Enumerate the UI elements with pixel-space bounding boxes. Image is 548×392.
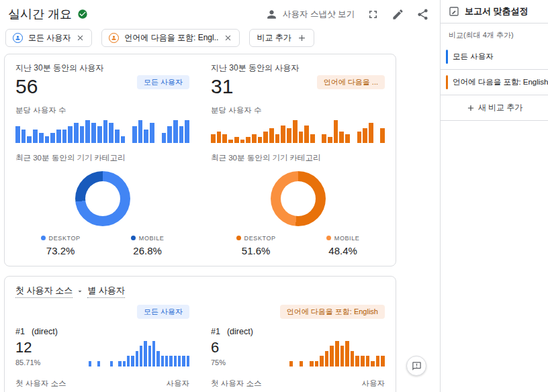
chip-label: 모든 사용자 [28, 32, 71, 44]
sidebar-item-all-users[interactable]: 모든 사용자 [441, 44, 548, 70]
device-legend: DESKTOP 73.2% MOBILE 26.8% [15, 235, 189, 256]
close-icon[interactable] [224, 34, 232, 42]
sidebar-item-label: 모든 사용자 [453, 52, 494, 60]
table-header: 첫 사용자 소스 사용자 [211, 375, 385, 392]
comparison-badge: 모든 사용자 [137, 75, 189, 89]
page: 실시간 개요 사용자 스냅샷 보기 [0, 0, 548, 392]
comparison-chips-row: 모든 사용자 언어에 다음을 포함: Engl.. 비교 추가 [0, 25, 440, 54]
title-wrap: 실시간 개요 [8, 6, 88, 22]
segment-orange-icon [109, 33, 119, 43]
add-new-comparison-button[interactable]: 새 비교 추가 [441, 95, 548, 121]
legend-dot [326, 236, 331, 240]
comparison-badge: 언어에 다음을 포함: English [280, 305, 385, 319]
chip-all-users[interactable]: 모든 사용자 [5, 29, 92, 47]
plus-icon [297, 33, 307, 43]
legend-item-mobile: MOBILE 26.8% [131, 235, 165, 256]
column-metric: 사용자 [167, 379, 190, 389]
column-dimension: 첫 사용자 소스 [15, 379, 66, 389]
legend-item-desktop: DESKTOP 51.6% [236, 235, 276, 256]
source-card-title: 첫 사용자 소스 별 사용자 [5, 283, 396, 303]
customize-report-icon [449, 6, 459, 17]
device-category-label: 최근 30분 동안의 기기 카테고리 [15, 153, 189, 163]
users-per-minute-label: 분당 사용자 수 [15, 105, 189, 115]
source-table: 첫 사용자 소스 사용자 (direct) 12 (data deleted) … [15, 375, 189, 392]
source-table: 첫 사용자 소스 사용자 (direct) 6 (data deleted) 1 [211, 375, 385, 392]
chip-language-english[interactable]: 언어에 다음을 포함: Engl.. [101, 29, 240, 47]
sidebar-item-language-english[interactable]: 언어에 다음을 포함: English [441, 70, 548, 95]
legend-name: DESKTOP [49, 235, 81, 242]
legend-percent: 48.4% [326, 245, 360, 256]
sidebar-title: 보고서 맞춤설정 [465, 5, 529, 17]
sidebar-item-label: 언어에 다음을 포함: English [453, 78, 548, 86]
top-source-value: 6 [211, 339, 226, 356]
chevron-down-icon[interactable] [76, 287, 84, 295]
legend-percent: 51.6% [236, 245, 276, 256]
chip-label: 언어에 다음을 포함: Engl.. [124, 32, 218, 44]
rank-label: #1 [211, 327, 220, 336]
user-snapshot-button[interactable]: 사용자 스냅샷 보기 [265, 8, 355, 21]
top-source-percent: 85.71% [15, 358, 40, 366]
comparison-color-bar [446, 75, 448, 89]
close-icon[interactable] [76, 34, 85, 42]
legend-name: MOBILE [139, 235, 165, 242]
table-header: 첫 사용자 소스 사용자 [15, 375, 189, 392]
column-metric: 사용자 [362, 379, 385, 389]
donut-hole [85, 181, 120, 216]
dimension-selector[interactable]: 첫 사용자 소스 [15, 285, 73, 298]
comparison-badge: 언어에 다음을 ... [317, 75, 385, 89]
main-area: 실시간 개요 사용자 스냅샷 보기 [0, 0, 440, 392]
users-30min-value: 31 [211, 75, 233, 99]
customize-report-icon[interactable] [392, 8, 404, 21]
legend-name: DESKTOP [244, 235, 276, 242]
feedback-button[interactable] [406, 356, 426, 376]
source-spark-chart [284, 341, 385, 366]
users-30min-value: 56 [15, 75, 38, 99]
legend-dot [41, 236, 46, 240]
legend-dot [236, 236, 241, 240]
column-dimension: 첫 사용자 소스 [211, 379, 261, 389]
realtime-overview-card: 지난 30분 동안의 사용자 56 모든 사용자 분당 사용자 수 최근 30분… [4, 54, 396, 266]
users-30min-label: 지난 30분 동안의 사용자 [211, 62, 385, 74]
rank-label: #1 [15, 327, 25, 336]
device-category-donut-chart [271, 171, 326, 226]
top-source-name: (direct) [227, 327, 253, 336]
top-source-value: 12 [15, 339, 40, 356]
legend-percent: 26.8% [131, 245, 165, 256]
device-category-donut-chart [75, 171, 130, 226]
chat-bubble-icon [412, 361, 422, 371]
top-source-name: (direct) [32, 327, 58, 336]
comparison-limit-hint: 비교(최대 4개 추가) [441, 23, 548, 44]
device-legend: DESKTOP 51.6% MOBILE 48.4% [211, 235, 385, 256]
donut-hole [281, 181, 316, 216]
customize-report-sidebar: 보고서 맞춤설정 비교(최대 4개 추가) 모든 사용자 언어에 다음을 포함:… [440, 0, 548, 392]
topbar: 실시간 개요 사용자 스냅샷 보기 [0, 0, 440, 25]
comparison-color-bar [446, 50, 448, 64]
user-snapshot-icon [265, 8, 278, 21]
add-comparison-label: 비교 추가 [257, 32, 291, 44]
source-spark-chart [89, 341, 189, 366]
source-panel-all-users: 모든 사용자 #1 (direct) 12 85.71% [5, 303, 200, 392]
legend-item-mobile: MOBILE 48.4% [326, 235, 360, 256]
users-30min-label: 지난 30분 동안의 사용자 [15, 62, 189, 74]
source-panels: 모든 사용자 #1 (direct) 12 85.71% [5, 303, 396, 392]
user-snapshot-label: 사용자 스냅샷 보기 [283, 9, 355, 20]
segment-blue-icon [13, 33, 23, 43]
data-quality-icon[interactable] [77, 9, 88, 19]
legend-percent: 73.2% [41, 245, 81, 256]
users-per-minute-label: 분당 사용자 수 [211, 105, 385, 115]
plus-icon [466, 103, 475, 113]
realtime-panel-english: 지난 30분 동안의 사용자 31 언어에 다음을 ... 분당 사용자 수 최… [200, 54, 396, 266]
sidebar-header: 보고서 맞춤설정 [441, 0, 548, 23]
share-icon[interactable] [416, 8, 429, 21]
realtime-panel-all-users: 지난 30분 동안의 사용자 56 모든 사용자 분당 사용자 수 최근 30분… [5, 54, 200, 266]
legend-name: MOBILE [334, 235, 360, 242]
users-per-minute-chart [15, 120, 189, 143]
page-title: 실시간 개요 [8, 6, 72, 22]
legend-dot [131, 236, 136, 240]
fullscreen-icon[interactable] [367, 8, 379, 21]
top-source-percent: 75% [211, 358, 226, 366]
device-category-label: 최근 30분 동안의 기기 카테고리 [211, 153, 385, 163]
legend-item-desktop: DESKTOP 73.2% [41, 235, 81, 256]
source-panel-english: 언어에 다음을 포함: English #1 (direct) 6 75% [200, 303, 396, 392]
add-comparison-chip[interactable]: 비교 추가 [249, 29, 314, 47]
